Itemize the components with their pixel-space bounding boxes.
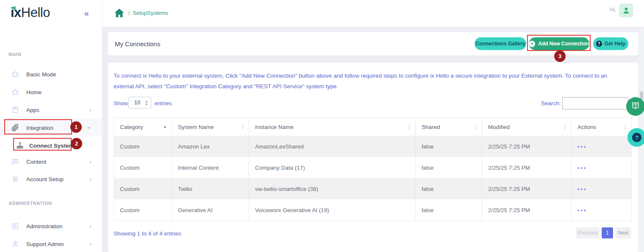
sitemap-icon	[16, 142, 24, 149]
column-header-label: Shared	[422, 124, 440, 130]
open-book-icon	[631, 101, 640, 112]
connections-card: To connect ix Hello to your external sys…	[108, 63, 638, 252]
top-header-bar: | SetupSystems Hi,	[102, 0, 644, 27]
cell-instance-name: Company Data (17)	[249, 157, 416, 178]
chat-bubble-icon	[11, 158, 19, 165]
sidebar-section-main: MAIN	[8, 52, 22, 57]
sort-icon: ▲▼	[475, 124, 477, 130]
column-header-category[interactable]: Category ▲	[114, 118, 172, 136]
sidebar-item-label: Basic Mode	[26, 71, 56, 78]
home-icon	[11, 70, 19, 78]
app-root: ixHello « MAIN Basic Mode Home Apps › In…	[0, 0, 644, 252]
pagination-previous-button[interactable]: Previous	[576, 227, 600, 238]
row-actions-menu-icon[interactable]: •••	[577, 207, 587, 213]
sort-icon: ▲▼	[242, 124, 244, 130]
sidebar-item-label: Account Setup	[26, 176, 64, 182]
cell-modified: 2/25/25 7:25 PM	[482, 178, 572, 199]
sidebar-item-label: Administration	[26, 223, 63, 230]
cell-system-name: Internal Content	[172, 157, 249, 178]
connections-gallery-button[interactable]: Connections Gallery	[475, 37, 526, 50]
get-help-label: Get Help	[605, 41, 625, 47]
add-new-connection-label: Add New Connection	[538, 41, 589, 47]
sidebar-item-label: Content	[26, 159, 46, 165]
page-size-value: 10	[134, 100, 140, 106]
column-header-label: Actions	[577, 124, 596, 130]
column-header-label: Instance Name	[255, 124, 294, 130]
cell-category: Custom	[114, 199, 172, 221]
cell-category: Custom	[114, 178, 172, 199]
sidebar-item-account-setup[interactable]: Account Setup ›	[0, 170, 102, 188]
sidebar-item-integration[interactable]: Integration ›	[0, 119, 102, 137]
page-size-select[interactable]: 10 ▲ ▼	[128, 97, 151, 109]
connections-table: Category ▲ System Name ▲▼ Instance Name …	[114, 118, 632, 221]
pagination-page-1-button[interactable]: 1	[602, 227, 613, 238]
pagination: Previous 1 Next	[576, 227, 631, 238]
sidebar-item-label: Home	[26, 89, 42, 95]
sidebar-item-basic-mode[interactable]: Basic Mode	[0, 65, 102, 83]
page-description: To connect ix Hello to your external sys…	[114, 70, 620, 92]
search-input[interactable]	[562, 97, 628, 109]
select-spinner-icon: ▲ ▼	[145, 100, 148, 106]
sidebar-item-connect-system[interactable]: Connect System	[0, 137, 102, 154]
column-header-instance-name[interactable]: Instance Name ▲▼	[249, 118, 416, 136]
search-label: Search:	[541, 100, 561, 106]
cell-category: Custom	[114, 157, 172, 178]
cell-shared: false	[416, 178, 482, 199]
sort-icon: ▲▼	[564, 124, 566, 130]
cell-system-name: Amazon Lex	[172, 136, 249, 157]
column-header-system-name[interactable]: System Name ▲▼	[172, 118, 249, 136]
sidebar-section-administration: ADMINISTRATION	[8, 201, 52, 206]
add-new-connection-button[interactable]: + Add New Connection	[529, 37, 589, 50]
sidebar-collapse-icon[interactable]: «	[84, 8, 89, 18]
row-actions-menu-icon[interactable]: •••	[577, 186, 587, 192]
column-header-label: System Name	[178, 124, 214, 130]
annotation-step-badge: 3	[554, 50, 566, 62]
sliders-icon	[11, 175, 19, 183]
annotation-step-badge: 2	[71, 138, 82, 149]
connections-gallery-fab[interactable]	[626, 97, 644, 116]
sidebar-item-home[interactable]: Home	[0, 83, 102, 101]
paperclip-icon	[11, 124, 19, 132]
cell-actions: •••	[572, 199, 631, 221]
get-help-button[interactable]: ? Get Help	[593, 37, 628, 50]
cell-actions: •••	[572, 178, 631, 199]
sort-icon: ▲▼	[408, 124, 411, 130]
breadcrumb-home-icon[interactable]	[114, 7, 125, 19]
cell-actions: •••	[572, 136, 631, 157]
sidebar-item-apps[interactable]: Apps ›	[0, 101, 102, 119]
cell-system-name: Twilio	[172, 178, 249, 199]
logo-light-text: Hello	[21, 5, 50, 20]
sidebar-item-label: Connect System	[29, 143, 74, 149]
sidebar-item-content[interactable]: Content ›	[0, 153, 102, 171]
column-header-modified[interactable]: Modified ▲▼	[482, 118, 572, 136]
brand-logo[interactable]: ixHello	[11, 5, 50, 20]
column-header-label: Modified	[488, 124, 510, 130]
chevron-down-icon: ›	[86, 127, 93, 129]
help-fab[interactable]: ?	[627, 128, 644, 147]
pagination-next-button[interactable]: Next	[615, 227, 631, 238]
column-header-shared[interactable]: Shared ▲▼	[416, 118, 482, 136]
cell-modified: 2/25/25 7:25 PM	[482, 157, 572, 178]
breadcrumb[interactable]: SetupSystems	[133, 10, 168, 16]
greeting-text: Hi,	[610, 7, 616, 13]
chevron-right-icon: ›	[89, 106, 92, 113]
cell-shared: false	[416, 199, 482, 221]
table-header-row: Category ▲ System Name ▲▼ Instance Name …	[114, 118, 631, 136]
plus-circle-icon: +	[529, 41, 535, 47]
sidebar-item-label: Integration	[26, 125, 53, 131]
cell-actions: •••	[572, 157, 631, 178]
cell-shared: false	[416, 136, 482, 157]
question-circle-icon: ?	[596, 41, 602, 47]
entries-label: entries	[155, 100, 172, 106]
row-actions-menu-icon[interactable]: •••	[577, 143, 587, 150]
row-actions-menu-icon[interactable]: •••	[577, 165, 587, 171]
avatar[interactable]	[619, 3, 633, 17]
sidebar-item-support-admin[interactable]: Support Admin ›	[0, 235, 102, 252]
sidebar: ixHello « MAIN Basic Mode Home Apps › In…	[0, 0, 102, 252]
home-icon	[11, 88, 19, 96]
table-body: Custom Amazon Lex AmazonLexShared false …	[114, 136, 631, 221]
cell-instance-name: vw-twilio-smartoffice (38)	[249, 178, 416, 199]
chevron-right-icon: ›	[89, 158, 92, 165]
sidebar-item-administration[interactable]: Administration ›	[0, 217, 102, 235]
column-header-actions[interactable]: Actions ▲▼	[572, 118, 631, 136]
